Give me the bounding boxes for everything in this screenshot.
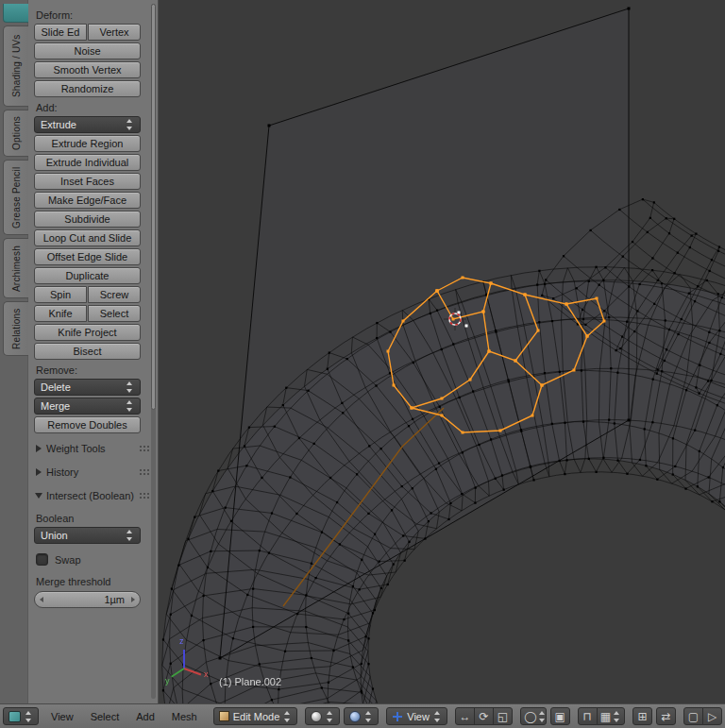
tab-archimesh[interactable]: Archimesh [3,238,28,298]
screw-button[interactable]: Screw [88,286,141,303]
merge-dropdown[interactable]: Merge [34,398,141,415]
swap-checkbox[interactable] [36,553,48,566]
active-object-label: (1) Plane.002 [219,676,281,687]
y-axis-line [171,668,185,677]
swap-checkbox-row[interactable]: Swap [36,553,141,566]
z-axis-line [183,650,185,669]
scale-icon: ◱ [497,711,508,722]
vertex-slide-button[interactable]: Vertex [88,24,141,41]
viewport-header: View Select Add Mesh Edit Mode View ↔ ⟳ … [0,703,725,728]
layers-button[interactable]: ⊞ [632,707,652,725]
blender-window: Shading / UVs Options Grease Pencil Arch… [0,0,725,728]
orientation-dropdown[interactable]: View [386,707,447,725]
inset-faces-button[interactable]: Inset Faces [34,173,141,190]
menu-mesh[interactable]: Mesh [163,711,206,722]
occlude-geometry-icon: ▣ [554,711,565,722]
scrollbar-thumb[interactable] [151,4,156,410]
randomize-button[interactable]: Randomize [34,80,141,97]
make-edge-face-button[interactable]: Make Edge/Face [34,192,141,209]
dropdown-arrows-icon [538,711,542,722]
dropdown-arrows-icon [126,119,134,130]
magnet-icon: ⊓ [582,711,591,722]
manipulator-scale-button[interactable]: ◱ [493,707,513,725]
axis-gizmo: z x y [166,638,219,687]
merge-threshold-slider[interactable]: 1µm [34,591,141,608]
panel-weight-tools[interactable]: Weight Tools [34,440,154,457]
tab-shading-uvs[interactable]: Shading / UVs [3,25,28,107]
extrude-dropdown[interactable]: Extrude [34,116,141,133]
editor-type-icon [8,711,21,722]
pivot-point-dropdown[interactable] [344,707,379,725]
delete-dropdown[interactable]: Delete [34,379,141,396]
render-anim-icon: ▷ [708,711,717,722]
tool-shelf: Deform: Slide Ed Vertex Noise Smooth Ver… [28,0,159,703]
menu-select[interactable]: Select [82,711,128,722]
noise-button[interactable]: Noise [34,42,141,59]
snap-element-icon: ▦ [600,711,611,722]
x-axis-label: x [204,669,209,679]
mode-dropdown[interactable]: Edit Mode [213,707,298,725]
menu-view[interactable]: View [42,711,82,722]
editor-type-button[interactable] [3,707,39,725]
smooth-vertex-button[interactable]: Smooth Vertex [34,61,141,78]
proportional-edit-icon: ◯ [524,711,536,722]
opengl-render-anim-button[interactable]: ▷ [702,707,722,725]
duplicate-button[interactable]: Duplicate [34,267,141,284]
knife-select-button[interactable]: Select [88,305,141,322]
remove-doubles-button[interactable]: Remove Doubles [34,416,141,433]
spin-button[interactable]: Spin [34,286,87,303]
dropdown-arrows-icon [326,711,334,722]
bisect-button[interactable]: Bisect [34,343,141,360]
shading-sphere-icon [311,711,322,722]
sync-button[interactable]: ⇄ [656,707,676,725]
manipulator-axis-icon [392,711,403,722]
proportional-edit-dropdown[interactable]: ◯ [520,707,547,725]
manipulator-group: ↔ ⟳ ◱ [455,707,513,725]
viewport-3d: z x y (1) Plane.002 [159,0,725,703]
sync-icon: ⇄ [661,711,670,722]
render-still-icon: ▢ [688,711,699,722]
dropdown-arrows-icon [364,711,373,722]
occlude-geometry-button[interactable]: ▣ [550,707,570,725]
loop-cut-button[interactable]: Loop Cut and Slide [34,229,141,246]
translate-icon: ↔ [459,711,470,722]
boolean-label: Boolean [36,513,141,524]
extrude-individual-button[interactable]: Extrude Individual [34,154,141,171]
y-axis-label: y [165,676,170,686]
dropdown-arrows-icon [433,711,442,722]
toolshelf-scrollbar[interactable] [151,4,156,699]
tab-relations[interactable]: Relations [3,301,28,356]
z-axis-label: z [179,636,184,646]
menu-add[interactable]: Add [127,711,163,722]
dropdown-arrows-icon [126,400,134,412]
add-label: Add: [36,102,141,113]
viewport-shading-dropdown[interactable] [305,707,340,725]
viewport-canvas[interactable] [159,0,725,703]
dropdown-arrows-icon [25,711,33,722]
boolean-operation-dropdown[interactable]: Union [34,527,141,544]
deform-label: Deform: [36,9,141,21]
rotate-icon: ⟳ [479,711,488,722]
tab-partial[interactable] [3,4,28,23]
snap-magnet-button[interactable]: ⊓ [578,707,598,725]
opengl-render-button[interactable]: ▢ [683,707,703,725]
merge-threshold-label: Merge threshold [36,576,141,587]
offset-edge-slide-button[interactable]: Offset Edge Slide [34,248,141,265]
expand-right-icon [36,445,42,452]
slide-edge-button[interactable]: Slide Ed [34,24,87,41]
panel-history[interactable]: History [34,464,154,481]
subdivide-button[interactable]: Subdivide [34,211,141,228]
tab-grease-pencil[interactable]: Grease Pencil [3,160,28,235]
manipulator-translate-button[interactable]: ↔ [455,707,475,725]
dropdown-arrows-icon [126,530,134,541]
panel-intersect-boolean[interactable]: Intersect (Boolean) [34,487,154,504]
knife-button[interactable]: Knife [34,305,87,322]
snap-element-dropdown[interactable]: ▦ [597,707,625,725]
dropdown-arrows-icon [126,381,134,393]
tab-options[interactable]: Options [3,110,28,157]
pivot-sphere-icon [349,711,361,722]
extrude-region-button[interactable]: Extrude Region [34,135,141,152]
manipulator-rotate-button[interactable]: ⟳ [474,707,494,725]
dropdown-arrows-icon [613,711,621,722]
knife-project-button[interactable]: Knife Project [34,324,141,341]
